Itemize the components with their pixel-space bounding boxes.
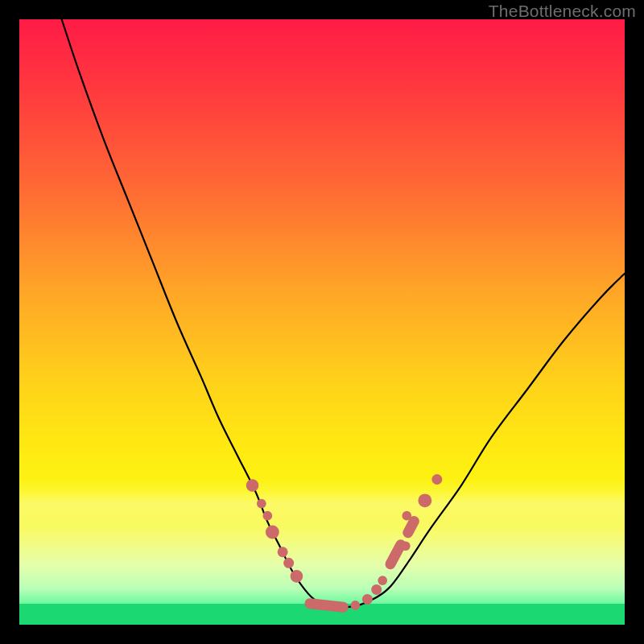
marker-dot bbox=[418, 493, 431, 507]
marker-segment bbox=[310, 604, 343, 608]
marker-dots bbox=[246, 474, 443, 610]
marker-dot bbox=[402, 511, 411, 521]
marker-dot bbox=[291, 570, 303, 583]
marker-dot bbox=[262, 511, 272, 521]
marker-dot bbox=[246, 479, 259, 492]
marker-dot bbox=[351, 601, 361, 610]
marker-dot bbox=[257, 499, 266, 509]
marker-dot bbox=[371, 584, 382, 595]
marker-segment bbox=[408, 521, 415, 532]
bottleneck-curve bbox=[62, 19, 625, 607]
marker-dot bbox=[283, 558, 294, 568]
chart-svg bbox=[19, 19, 625, 625]
marker-segment bbox=[390, 545, 401, 564]
attribution-text: TheBottleneck.com bbox=[489, 2, 636, 21]
marker-dot bbox=[266, 525, 279, 539]
marker-dot bbox=[278, 547, 288, 557]
marker-dot bbox=[401, 541, 411, 551]
marker-dot bbox=[378, 576, 387, 585]
marker-dot bbox=[362, 594, 373, 605]
marker-segments bbox=[310, 521, 414, 607]
marker-dot bbox=[431, 474, 442, 485]
